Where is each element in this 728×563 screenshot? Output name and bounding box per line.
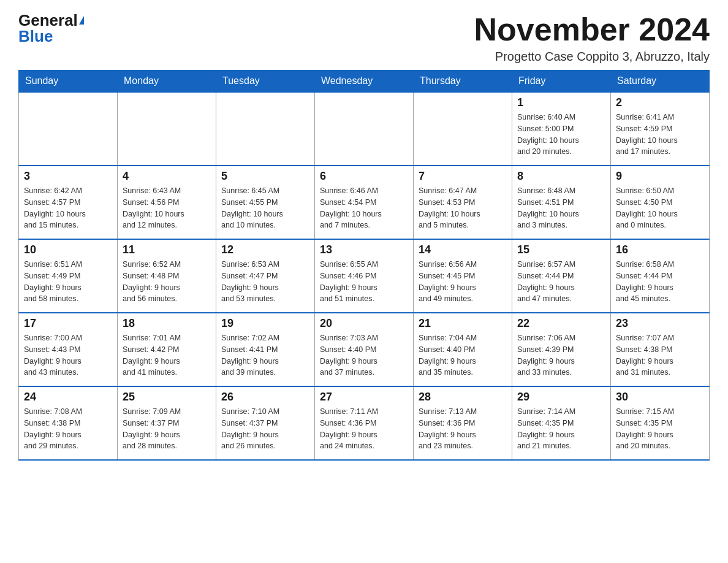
- calendar-cell: 28Sunrise: 7:13 AM Sunset: 4:36 PM Dayli…: [414, 386, 512, 460]
- day-number: 27: [320, 391, 408, 404]
- calendar-cell: 21Sunrise: 7:04 AM Sunset: 4:40 PM Dayli…: [414, 313, 512, 386]
- logo: General Blue: [18, 12, 84, 44]
- day-number: 12: [221, 243, 309, 256]
- day-info: Sunrise: 6:52 AM Sunset: 4:48 PM Dayligh…: [123, 259, 211, 305]
- day-info: Sunrise: 6:48 AM Sunset: 4:51 PM Dayligh…: [517, 185, 605, 231]
- day-info: Sunrise: 7:08 AM Sunset: 4:38 PM Dayligh…: [24, 406, 112, 452]
- day-number: 7: [419, 170, 507, 183]
- calendar-cell: 1Sunrise: 6:40 AM Sunset: 5:00 PM Daylig…: [512, 92, 611, 166]
- title-section: November 2024 Progetto Case Coppito 3, A…: [474, 12, 710, 64]
- day-number: 1: [517, 96, 605, 109]
- logo-triangle-icon: [79, 16, 84, 25]
- calendar-cell: 8Sunrise: 6:48 AM Sunset: 4:51 PM Daylig…: [512, 166, 611, 239]
- day-info: Sunrise: 6:40 AM Sunset: 5:00 PM Dayligh…: [517, 112, 605, 158]
- day-info: Sunrise: 7:15 AM Sunset: 4:35 PM Dayligh…: [616, 406, 704, 452]
- calendar-cell: 17Sunrise: 7:00 AM Sunset: 4:43 PM Dayli…: [19, 313, 118, 386]
- calendar-cell: [19, 92, 118, 166]
- day-number: 17: [24, 317, 112, 330]
- day-number: 29: [517, 391, 605, 404]
- day-number: 14: [419, 243, 507, 256]
- calendar-cell: 20Sunrise: 7:03 AM Sunset: 4:40 PM Dayli…: [315, 313, 414, 386]
- day-number: 11: [123, 243, 211, 256]
- day-info: Sunrise: 7:03 AM Sunset: 4:40 PM Dayligh…: [320, 332, 408, 378]
- logo-blue-text: Blue: [18, 28, 53, 44]
- logo-general-text: General: [18, 12, 78, 28]
- calendar-cell: 24Sunrise: 7:08 AM Sunset: 4:38 PM Dayli…: [19, 386, 118, 460]
- day-info: Sunrise: 7:14 AM Sunset: 4:35 PM Dayligh…: [517, 406, 605, 452]
- day-number: 25: [123, 391, 211, 404]
- day-info: Sunrise: 6:57 AM Sunset: 4:44 PM Dayligh…: [517, 259, 605, 305]
- calendar-cell: 11Sunrise: 6:52 AM Sunset: 4:48 PM Dayli…: [118, 239, 216, 313]
- day-info: Sunrise: 6:45 AM Sunset: 4:55 PM Dayligh…: [221, 185, 309, 231]
- header-day-tuesday: Tuesday: [216, 71, 315, 93]
- header-row: SundayMondayTuesdayWednesdayThursdayFrid…: [19, 71, 710, 93]
- calendar-cell: 13Sunrise: 6:55 AM Sunset: 4:46 PM Dayli…: [315, 239, 414, 313]
- day-info: Sunrise: 7:10 AM Sunset: 4:37 PM Dayligh…: [221, 406, 309, 452]
- day-info: Sunrise: 7:00 AM Sunset: 4:43 PM Dayligh…: [24, 332, 112, 378]
- subtitle: Progetto Case Coppito 3, Abruzzo, Italy: [474, 50, 710, 64]
- calendar-cell: 30Sunrise: 7:15 AM Sunset: 4:35 PM Dayli…: [611, 386, 710, 460]
- day-info: Sunrise: 6:42 AM Sunset: 4:57 PM Dayligh…: [24, 185, 112, 231]
- calendar-cell: 25Sunrise: 7:09 AM Sunset: 4:37 PM Dayli…: [118, 386, 216, 460]
- calendar-cell: 22Sunrise: 7:06 AM Sunset: 4:39 PM Dayli…: [512, 313, 611, 386]
- calendar-cell: 15Sunrise: 6:57 AM Sunset: 4:44 PM Dayli…: [512, 239, 611, 313]
- header-day-monday: Monday: [118, 71, 216, 93]
- day-info: Sunrise: 6:55 AM Sunset: 4:46 PM Dayligh…: [320, 259, 408, 305]
- day-number: 21: [419, 317, 507, 330]
- day-number: 19: [221, 317, 309, 330]
- day-info: Sunrise: 7:11 AM Sunset: 4:36 PM Dayligh…: [320, 406, 408, 452]
- page-header: General Blue November 2024 Progetto Case…: [18, 12, 710, 64]
- day-number: 26: [221, 391, 309, 404]
- header-day-sunday: Sunday: [19, 71, 118, 93]
- calendar-cell: 26Sunrise: 7:10 AM Sunset: 4:37 PM Dayli…: [216, 386, 315, 460]
- day-number: 28: [419, 391, 507, 404]
- calendar-cell: 9Sunrise: 6:50 AM Sunset: 4:50 PM Daylig…: [611, 166, 710, 239]
- day-info: Sunrise: 6:51 AM Sunset: 4:49 PM Dayligh…: [24, 259, 112, 305]
- calendar-cell: 18Sunrise: 7:01 AM Sunset: 4:42 PM Dayli…: [118, 313, 216, 386]
- header-day-thursday: Thursday: [414, 71, 512, 93]
- calendar-cell: 12Sunrise: 6:53 AM Sunset: 4:47 PM Dayli…: [216, 239, 315, 313]
- day-number: 6: [320, 170, 408, 183]
- day-info: Sunrise: 7:02 AM Sunset: 4:41 PM Dayligh…: [221, 332, 309, 378]
- day-number: 8: [517, 170, 605, 183]
- day-info: Sunrise: 7:07 AM Sunset: 4:38 PM Dayligh…: [616, 332, 704, 378]
- calendar-header: SundayMondayTuesdayWednesdayThursdayFrid…: [19, 71, 710, 93]
- day-number: 2: [616, 96, 704, 109]
- day-info: Sunrise: 6:47 AM Sunset: 4:53 PM Dayligh…: [419, 185, 507, 231]
- day-number: 18: [123, 317, 211, 330]
- header-day-saturday: Saturday: [611, 71, 710, 93]
- week-row-3: 10Sunrise: 6:51 AM Sunset: 4:49 PM Dayli…: [19, 239, 710, 313]
- day-info: Sunrise: 7:04 AM Sunset: 4:40 PM Dayligh…: [419, 332, 507, 378]
- day-number: 13: [320, 243, 408, 256]
- calendar-cell: 16Sunrise: 6:58 AM Sunset: 4:44 PM Dayli…: [611, 239, 710, 313]
- calendar-cell: [315, 92, 414, 166]
- day-info: Sunrise: 7:09 AM Sunset: 4:37 PM Dayligh…: [123, 406, 211, 452]
- calendar-cell: 14Sunrise: 6:56 AM Sunset: 4:45 PM Dayli…: [414, 239, 512, 313]
- calendar-cell: 19Sunrise: 7:02 AM Sunset: 4:41 PM Dayli…: [216, 313, 315, 386]
- day-info: Sunrise: 7:01 AM Sunset: 4:42 PM Dayligh…: [123, 332, 211, 378]
- day-number: 10: [24, 243, 112, 256]
- calendar-cell: 2Sunrise: 6:41 AM Sunset: 4:59 PM Daylig…: [611, 92, 710, 166]
- day-number: 5: [221, 170, 309, 183]
- day-info: Sunrise: 6:56 AM Sunset: 4:45 PM Dayligh…: [419, 259, 507, 305]
- calendar-cell: 5Sunrise: 6:45 AM Sunset: 4:55 PM Daylig…: [216, 166, 315, 239]
- calendar-body: 1Sunrise: 6:40 AM Sunset: 5:00 PM Daylig…: [19, 92, 710, 460]
- day-info: Sunrise: 6:58 AM Sunset: 4:44 PM Dayligh…: [616, 259, 704, 305]
- day-number: 4: [123, 170, 211, 183]
- day-number: 20: [320, 317, 408, 330]
- day-number: 15: [517, 243, 605, 256]
- calendar-cell: 3Sunrise: 6:42 AM Sunset: 4:57 PM Daylig…: [19, 166, 118, 239]
- day-info: Sunrise: 6:50 AM Sunset: 4:50 PM Dayligh…: [616, 185, 704, 231]
- calendar-cell: 10Sunrise: 6:51 AM Sunset: 4:49 PM Dayli…: [19, 239, 118, 313]
- day-info: Sunrise: 6:41 AM Sunset: 4:59 PM Dayligh…: [616, 112, 704, 158]
- calendar-cell: 27Sunrise: 7:11 AM Sunset: 4:36 PM Dayli…: [315, 386, 414, 460]
- calendar-cell: [216, 92, 315, 166]
- week-row-2: 3Sunrise: 6:42 AM Sunset: 4:57 PM Daylig…: [19, 166, 710, 239]
- day-number: 23: [616, 317, 704, 330]
- day-number: 3: [24, 170, 112, 183]
- calendar-cell: 7Sunrise: 6:47 AM Sunset: 4:53 PM Daylig…: [414, 166, 512, 239]
- calendar-cell: 29Sunrise: 7:14 AM Sunset: 4:35 PM Dayli…: [512, 386, 611, 460]
- day-info: Sunrise: 7:06 AM Sunset: 4:39 PM Dayligh…: [517, 332, 605, 378]
- calendar-cell: 23Sunrise: 7:07 AM Sunset: 4:38 PM Dayli…: [611, 313, 710, 386]
- calendar-table: SundayMondayTuesdayWednesdayThursdayFrid…: [18, 70, 710, 461]
